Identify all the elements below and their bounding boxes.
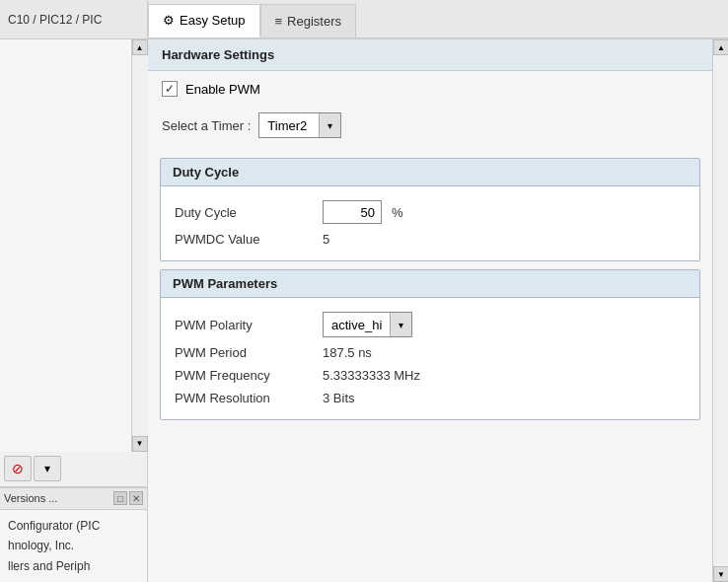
- polarity-dropdown-arrow[interactable]: ▾: [390, 313, 411, 336]
- versions-title: Versions ...: [4, 492, 111, 504]
- select-timer-label: Select a Timer :: [162, 118, 251, 133]
- period-row: PWM Period 187.5 ns: [175, 341, 686, 364]
- sidebar-toolbar: ⊘ ▾: [0, 452, 147, 487]
- tab-easy-setup-label: Easy Setup: [180, 13, 246, 28]
- sidebar-header: C10 / PIC12 / PIC: [0, 0, 147, 39]
- duty-cycle-group: Duty Cycle Duty Cycle % PWMDC Value 5: [160, 158, 700, 261]
- period-value: 187.5 ns: [323, 345, 372, 360]
- polarity-value: active_hi: [324, 316, 390, 334]
- duty-cycle-title: Duty Cycle: [161, 159, 699, 186]
- timer-dropdown-arrow[interactable]: ▾: [319, 113, 340, 137]
- polarity-row: PWM Polarity active_hi ▾: [175, 308, 686, 341]
- versions-restore-button[interactable]: □: [113, 491, 127, 505]
- pwmdc-label: PWMDC Value: [175, 232, 313, 247]
- scrollbar-track: [132, 55, 148, 436]
- pwmdc-value: 5: [323, 232, 329, 247]
- enable-pwm-checkbox[interactable]: ✓: [162, 81, 178, 97]
- pwm-parameters-group: PWM Parameters PWM Polarity active_hi ▾: [160, 269, 700, 420]
- hardware-settings-title: Hardware Settings: [162, 47, 274, 62]
- frequency-label: PWM Frequency: [175, 368, 313, 383]
- versions-body: Configurator (PIC hnology, Inc. llers an…: [0, 510, 147, 582]
- frequency-value: 5.33333333 MHz: [323, 368, 420, 383]
- select-timer-row: Select a Timer : Timer2 ▾: [148, 107, 712, 150]
- pwm-parameters-content: PWM Polarity active_hi ▾ PWM Period 187.…: [161, 298, 699, 419]
- scroll-down-arrow[interactable]: ▼: [132, 436, 148, 452]
- main-panel: ⚙ Easy Setup ≡ Registers Hardware Settin…: [148, 0, 728, 582]
- stop-icon: ⊘: [12, 461, 24, 476]
- resolution-value: 3 Bits: [323, 391, 355, 405]
- pwm-parameters-title: PWM Parameters: [161, 270, 699, 298]
- registers-icon: ≡: [275, 14, 283, 29]
- sidebar-middle: ▲ ▼: [0, 39, 147, 452]
- duty-cycle-input[interactable]: [323, 200, 382, 224]
- main-scroll-track: [713, 55, 728, 566]
- main-content: Hardware Settings ✓ Enable PWM Select a …: [148, 39, 712, 582]
- enable-pwm-label: Enable PWM: [185, 82, 260, 97]
- timer-value: Timer2: [259, 116, 319, 135]
- enable-pwm-row: ✓ Enable PWM: [148, 71, 712, 107]
- main-scroll-up[interactable]: ▲: [713, 39, 728, 55]
- arrow-icon: ▾: [44, 462, 50, 475]
- versions-header: Versions ... □ ✕: [0, 488, 147, 510]
- period-label: PWM Period: [175, 345, 313, 360]
- tab-registers-label: Registers: [287, 14, 341, 29]
- duty-cycle-content: Duty Cycle % PWMDC Value 5: [161, 186, 699, 260]
- sidebar-scrollbar[interactable]: ▲ ▼: [131, 39, 147, 452]
- frequency-row: PWM Frequency 5.33333333 MHz: [175, 364, 686, 387]
- tab-easy-setup[interactable]: ⚙ Easy Setup: [148, 4, 260, 37]
- duty-cycle-label: Duty Cycle: [175, 205, 313, 220]
- tab-registers[interactable]: ≡ Registers: [260, 4, 357, 37]
- left-sidebar: C10 / PIC12 / PIC ▲ ▼ ⊘ ▾: [0, 0, 148, 582]
- versions-line-1: Configurator (PIC: [8, 516, 139, 536]
- pwmdc-row: PWMDC Value 5: [175, 228, 686, 251]
- close-icon: ✕: [132, 493, 140, 504]
- versions-close-button[interactable]: ✕: [129, 491, 143, 505]
- chevron-down-icon-polarity: ▾: [399, 320, 403, 330]
- main-right-scrollbar[interactable]: ▲ ▼: [712, 39, 728, 582]
- versions-line-3: llers and Periph: [8, 556, 139, 576]
- arrow-button[interactable]: ▾: [34, 456, 61, 481]
- duty-cycle-unit: %: [392, 205, 403, 220]
- main-scroll-down[interactable]: ▼: [713, 566, 728, 582]
- timer-dropdown[interactable]: Timer2 ▾: [258, 112, 341, 138]
- restore-icon: □: [117, 493, 123, 504]
- resolution-label: PWM Resolution: [175, 391, 313, 405]
- versions-line-2: hnology, Inc.: [8, 536, 139, 555]
- sidebar-header-text: C10 / PIC12 / PIC: [8, 13, 102, 27]
- main-scrollable: Hardware Settings ✓ Enable PWM Select a …: [148, 39, 728, 582]
- scroll-up-arrow[interactable]: ▲: [132, 39, 148, 55]
- duty-cycle-row: Duty Cycle %: [175, 196, 686, 228]
- stop-button[interactable]: ⊘: [4, 456, 32, 481]
- versions-panel: Versions ... □ ✕ Configurator (PIC hnolo…: [0, 487, 147, 582]
- gear-icon: ⚙: [163, 13, 175, 28]
- polarity-dropdown[interactable]: active_hi ▾: [323, 312, 412, 337]
- resolution-row: PWM Resolution 3 Bits: [175, 387, 686, 409]
- chevron-down-icon: ▾: [328, 120, 332, 131]
- sidebar-inner: [0, 39, 131, 452]
- tab-bar: ⚙ Easy Setup ≡ Registers: [148, 0, 728, 39]
- hardware-settings-header: Hardware Settings: [148, 39, 712, 71]
- polarity-label: PWM Polarity: [175, 318, 313, 332]
